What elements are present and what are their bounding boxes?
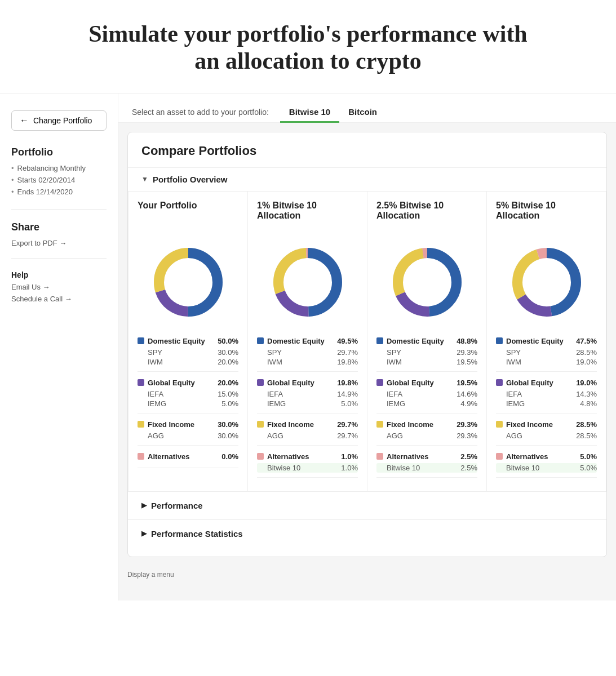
asset-tabs-label: Select an asset to add to your portfolio… bbox=[132, 108, 269, 117]
allocations-bitwise1: Domestic Equity49.5%SPY29.7%IWM19.8%Glob… bbox=[257, 335, 358, 478]
alloc-sub-pct: 19.8% bbox=[337, 358, 358, 366]
alloc-sub-name: IEMG bbox=[506, 399, 525, 408]
alloc-sub-pct: 28.5% bbox=[576, 432, 597, 440]
alloc-sub-pct: 5.0% bbox=[580, 464, 597, 472]
alloc-sub-row-iemg: IEMG4.9% bbox=[376, 399, 477, 408]
hero-title: Simulate your portfolio's performance wi… bbox=[88, 20, 528, 75]
alloc-row-alternatives: Alternatives1.0% bbox=[257, 450, 358, 463]
alloc-color-swatch bbox=[138, 337, 144, 344]
alloc-row-alternatives: Alternatives0.0% bbox=[138, 450, 238, 463]
meta-rebalancing: Rebalancing Monthly bbox=[11, 164, 107, 172]
alloc-color-swatch bbox=[138, 379, 144, 386]
alloc-sub-pct: 1.0% bbox=[341, 464, 358, 472]
share-section-title: Share bbox=[11, 221, 107, 233]
alloc-pct: 5.0% bbox=[580, 452, 597, 461]
performance-label: Performance bbox=[151, 501, 203, 510]
alloc-sub-pct: 14.3% bbox=[576, 390, 597, 398]
alloc-pct: 1.0% bbox=[341, 452, 358, 461]
alloc-sub-name: IEFA bbox=[387, 390, 402, 398]
portfolio-col-your: Your PortfolioDomestic Equity50.0%SPY30.… bbox=[128, 192, 248, 491]
alloc-sub-pct: 15.0% bbox=[218, 390, 238, 398]
alloc-pct: 19.8% bbox=[337, 379, 358, 387]
alloc-name: Global Equity bbox=[267, 379, 314, 387]
alloc-name: Fixed Income bbox=[267, 420, 314, 429]
alloc-pct: 48.8% bbox=[457, 337, 477, 345]
alloc-color-swatch bbox=[376, 337, 383, 344]
alloc-color-swatch bbox=[257, 453, 264, 460]
alloc-sub-pct: 4.9% bbox=[460, 399, 477, 408]
alloc-sub-name: IEFA bbox=[506, 390, 522, 398]
alloc-name: Alternatives bbox=[506, 452, 548, 461]
alloc-pct: 2.5% bbox=[460, 452, 477, 461]
alloc-name: Global Equity bbox=[506, 379, 553, 387]
alloc-sub-row-iwm: IWM20.0% bbox=[138, 357, 238, 367]
alloc-sub-name: IEFA bbox=[267, 390, 283, 398]
meta-ends: Ends 12/14/2020 bbox=[11, 188, 107, 196]
alloc-name: Alternatives bbox=[148, 452, 189, 461]
alloc-color-swatch bbox=[496, 453, 503, 460]
alloc-sub-row-agg: AGG28.5% bbox=[496, 431, 597, 441]
performance-statistics-toggle[interactable]: ▶ Performance Statistics bbox=[128, 519, 606, 548]
alloc-color-swatch bbox=[257, 421, 264, 428]
tab-bitcoin[interactable]: Bitcoin bbox=[339, 103, 386, 123]
portfolio-header-your: Your Portfolio bbox=[138, 201, 238, 230]
alloc-sub-pct: 19.5% bbox=[457, 358, 477, 366]
sidebar: ← Change Portfolio Portfolio Rebalancing… bbox=[0, 94, 118, 601]
performance-toggle[interactable]: ▶ Performance bbox=[128, 491, 606, 519]
alloc-sub-row-iefa: IEFA14.6% bbox=[376, 389, 477, 399]
alloc-sub-row-bitwise-10: Bitwise 101.0% bbox=[257, 463, 358, 473]
donut-chart-bitwise5 bbox=[496, 234, 597, 330]
alloc-sub-pct: 4.8% bbox=[580, 399, 597, 408]
portfolio-overview-toggle[interactable]: ▼ Portfolio Overview bbox=[128, 167, 606, 192]
portfolio-section-title: Portfolio bbox=[11, 146, 107, 158]
alloc-sub-pct: 29.3% bbox=[457, 348, 477, 357]
alloc-pct: 50.0% bbox=[218, 337, 238, 345]
alloc-row-domestic-equity: Domestic Equity50.0% bbox=[138, 335, 238, 348]
chevron-down-icon: ▼ bbox=[141, 175, 148, 183]
alloc-sub-name: IEFA bbox=[148, 390, 163, 398]
chevron-right-stats-icon: ▶ bbox=[141, 530, 147, 537]
alloc-name: Global Equity bbox=[387, 379, 434, 387]
alloc-sub-name: IWM bbox=[387, 358, 402, 366]
alloc-color-swatch bbox=[376, 453, 383, 460]
schedule-call-link[interactable]: Schedule a Call → bbox=[11, 295, 107, 303]
email-us-link[interactable]: Email Us → bbox=[11, 283, 107, 291]
alloc-row-domestic-equity: Domestic Equity49.5% bbox=[257, 335, 358, 348]
alloc-sub-row-spy: SPY29.7% bbox=[257, 348, 358, 357]
alloc-sub-row-iemg: IEMG5.0% bbox=[138, 399, 238, 408]
alloc-sub-name: IEMG bbox=[387, 399, 405, 408]
allocations-bitwise5: Domestic Equity47.5%SPY28.5%IWM19.0%Glob… bbox=[496, 335, 597, 478]
alloc-color-swatch bbox=[376, 379, 383, 386]
alloc-row-alternatives: Alternatives5.0% bbox=[496, 450, 597, 463]
portfolio-overview-label: Portfolio Overview bbox=[153, 175, 228, 184]
alloc-sub-pct: 2.5% bbox=[460, 464, 477, 472]
alloc-row-global-equity: Global Equity19.5% bbox=[376, 376, 477, 389]
alloc-sub-pct: 30.0% bbox=[218, 348, 238, 357]
alloc-pct: 20.0% bbox=[218, 379, 238, 387]
tab-bitwise10[interactable]: Bitwise 10 bbox=[280, 103, 339, 123]
alloc-name: Global Equity bbox=[148, 379, 195, 387]
donut-chart-bitwise2_5 bbox=[376, 234, 477, 330]
alloc-sub-row-bitwise-10: Bitwise 105.0% bbox=[496, 463, 597, 473]
alloc-sub-name: SPY bbox=[506, 348, 521, 357]
alloc-name: Domestic Equity bbox=[387, 337, 444, 345]
alloc-sub-row-spy: SPY29.3% bbox=[376, 348, 477, 357]
export-pdf-link[interactable]: Export to PDF → bbox=[11, 239, 107, 247]
alloc-sub-name: IWM bbox=[267, 358, 282, 366]
change-portfolio-button[interactable]: ← Change Portfolio bbox=[11, 110, 107, 131]
portfolio-header-bitwise5: 5% Bitwise 10 Allocation bbox=[496, 201, 597, 230]
alloc-color-swatch bbox=[138, 421, 144, 428]
alloc-row-fixed-income: Fixed Income30.0% bbox=[138, 418, 238, 431]
alloc-sub-row-agg: AGG29.7% bbox=[257, 431, 358, 441]
alloc-name: Fixed Income bbox=[506, 420, 553, 429]
donut-chart-your bbox=[138, 234, 238, 330]
alloc-sub-row-iefa: IEFA14.3% bbox=[496, 389, 597, 399]
alloc-sub-name: IWM bbox=[506, 358, 521, 366]
portfolio-header-bitwise2_5: 2.5% Bitwise 10 Allocation bbox=[376, 201, 477, 230]
alloc-sub-name: Bitwise 10 bbox=[387, 464, 420, 472]
alloc-sub-row-iwm: IWM19.8% bbox=[257, 357, 358, 367]
allocations-your: Domestic Equity50.0%SPY30.0%IWM20.0%Glob… bbox=[138, 335, 238, 468]
back-arrow-icon: ← bbox=[20, 115, 29, 126]
portfolio-col-bitwise5: 5% Bitwise 10 AllocationDomestic Equity4… bbox=[487, 192, 606, 491]
help-title: Help bbox=[11, 270, 107, 279]
